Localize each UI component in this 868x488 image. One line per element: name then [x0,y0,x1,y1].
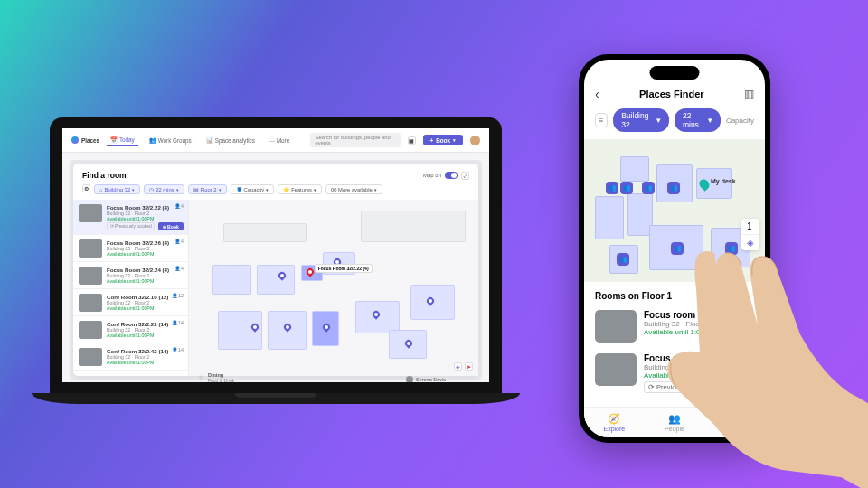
room-avail: Available until 1:30 PM [644,371,734,380]
tab-workgroups[interactable]: 👥 Work Groups [146,135,195,145]
filter-building[interactable]: Building 32 ▾ [613,108,669,132]
section-title: Rooms on Floor 1 [584,282,765,305]
room-thumb [79,239,102,258]
user-avatar[interactable] [470,136,480,145]
desktop-app: Places 📅 Today 👥 Work Groups 📊 Space ana… [62,128,489,382]
mobile-app: ‹ Places Finder ▥ ≡ Building 32 ▾ 22 min… [584,60,765,437]
map-pin[interactable] [323,324,330,333]
filter-icon[interactable]: ≡ [595,113,608,127]
room-avail: Available until 1:00PM [107,216,183,221]
map-pin[interactable]: 👥 [671,242,684,255]
room-capacity: 👤4 [175,266,184,271]
mobile-title: Places Finder [639,89,704,99]
room-card[interactable]: Conf Room 32/2.22 (14) Building 32 · Flo… [73,316,188,343]
room-avail: Available until 1:00PM [107,305,183,311]
room-card[interactable]: Focus Room 32/2.22 (4) Building 32 · Flo… [73,200,188,235]
room-name: Focus Room 32/2.26 (4) [107,239,183,246]
filter-capacity[interactable]: 👤 Capacity ▾ [231,184,275,194]
room-capacity: 👤14 [172,347,184,352]
map-pin[interactable] [427,297,434,306]
room-avail: Available until 1:00 PM [644,328,734,336]
room-thumb [595,353,637,386]
filter-time[interactable]: ◷ 22 mins ▾ [144,184,184,194]
room-capacity: 👤4 [175,203,184,209]
tab-people[interactable]: 👥People [645,408,705,437]
room-card[interactable]: Focus room 32/1.23 Building 32 · Floor 1… [584,348,765,399]
room-name: Focus room 32/1.22 [644,310,734,320]
room-capacity: 👤12 [172,293,184,298]
room-name: Focus Room 32/2.22 (4) [107,204,183,211]
map-pin[interactable]: 👥 [725,242,738,255]
room-thumb [79,204,102,222]
laptop-device: Places 📅 Today 👥 Work Groups 📊 Space ana… [50,117,520,404]
room-card[interactable]: Focus room 32/1.22 Building 32 · Floor 1… [584,305,765,348]
room-thumb [79,348,102,366]
tab-today[interactable]: 📅 Today [107,135,138,146]
prev-booked-tag: ⟳ Previously booked [644,381,716,393]
room-sub: Building 32 · Floor 1 [644,363,734,371]
prev-booked-tag: ⟳ Previously booked [107,222,155,230]
room-name: Focus Room 32/2.24 (4) [107,267,183,273]
dining-label: 🍴 DiningFood & Drink [198,372,234,382]
mobile-map[interactable]: 👥 👥 👥 👥 My desk 👥 👥 👥 1 ◈ [584,139,765,282]
tab-more[interactable]: ▦More [704,408,765,437]
map-pin[interactable]: 👥 [667,182,680,194]
back-button[interactable]: ‹ [595,87,599,101]
tab-explore[interactable]: 🧭Explore [584,408,645,437]
room-name: Focus room 32/1.23 [644,353,734,363]
map-pin[interactable]: 👥 [606,182,618,194]
map-pin-label: Focus Room 32/2.22 (4) [315,264,373,273]
tab-analytics[interactable]: 📊 Space analytics [203,135,259,145]
tab-more[interactable]: ⋯ More [266,136,293,145]
room-thumb [79,267,102,285]
room-avail: Available until 1:00PM [107,251,183,257]
filter-capacity[interactable]: Capacity [726,117,754,125]
map-pin[interactable]: 👥 [642,182,655,194]
book-button[interactable]: + Book ▾ [423,135,463,145]
room-card[interactable]: Focus Room 32/2.24 (4) Building 32 · Flo… [73,262,188,289]
compass-icon[interactable]: ◈ [454,362,462,371]
filter-bar: ⚙ ⌂ Building 32 ▾ ◷ 22 mins ▾ ▤ Floor 2 … [73,184,478,200]
map-pin[interactable] [251,324,259,333]
locate-icon[interactable]: ➤ [465,362,473,371]
room-avail: Available until 1:00PM [107,333,183,338]
expand-icon[interactable]: ⤢ [461,172,469,180]
room-card[interactable]: Focus Room 32/2.26 (4) Building 32 · Flo… [73,235,188,262]
map-pin[interactable]: 👥 [620,182,633,194]
book-button[interactable]: ⊕ Book [158,222,184,230]
logo-icon [71,136,79,144]
toggle-switch[interactable] [445,172,458,179]
room-capacity: 👤4 [741,310,754,318]
map-pin[interactable]: 👥 [617,253,629,266]
phone-device: ‹ Places Finder ▥ ≡ Building 32 ▾ 22 min… [579,54,770,443]
floorplan-map[interactable]: Focus Room 32/2.22 (4) ◈ ➤ [189,200,478,376]
room-avail: Available until 1:00PM [107,278,183,284]
filter-time[interactable]: 22 mins ▾ [675,108,721,132]
filter-features[interactable]: ⭐ Features ▾ [278,184,322,194]
mobile-filter-bar: ≡ Building 32 ▾ 22 mins ▾ Capacity [584,108,765,139]
search-input[interactable]: Search for buildings, people and events [310,133,401,147]
grid-icon[interactable]: ▦ [408,136,416,145]
room-card[interactable]: Conf Room 32/2.42 (14) Building 32 · Flo… [73,343,188,371]
room-thumb [79,294,102,312]
mobile-tabbar: 🧭Explore 👥People ▦More [584,407,765,437]
map-pin-selected[interactable] [307,268,314,277]
map-pin[interactable] [278,272,286,281]
app-logo[interactable]: Places [71,136,99,144]
filter-floor[interactable]: ▤ Floor 2 ▾ [188,184,227,194]
map-pin[interactable] [373,311,380,320]
map-pin[interactable] [284,324,291,333]
person-pin[interactable]: Serena Davis [406,376,446,382]
filter-icon[interactable]: ⚙ [82,184,90,192]
layout-icon[interactable]: ▥ [744,88,754,100]
room-sub: Building 32 · Floor 1 [644,320,734,328]
room-thumb [595,310,637,343]
map-pin[interactable] [405,340,412,349]
filter-building[interactable]: ⌂ Building 32 ▾ [94,184,140,194]
floor-selector[interactable]: 1 ◈ [741,219,760,250]
room-list[interactable]: Focus Room 32/2.22 (4) Building 32 · Flo… [73,200,189,376]
room-thumb [79,321,102,339]
filter-avail[interactable]: 00 More available ▾ [326,184,382,194]
map-toggle[interactable]: Map on⤢ [423,172,469,180]
room-card[interactable]: Conf Room 32/2.10 (12) Building 32 · Flo… [73,289,188,316]
